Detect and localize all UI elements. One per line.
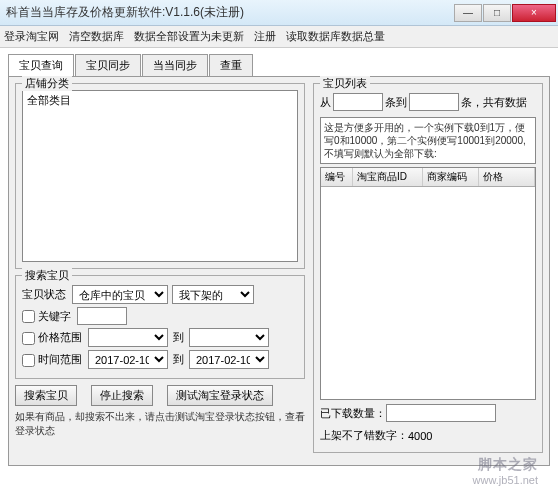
titlebar: 科首当当库存及价格更新软件:V1.1.6(未注册) — □ × xyxy=(0,0,558,26)
search-note: 如果有商品，却搜索不出来，请点击测试淘宝登录状态按钮，查看登录状态 xyxy=(15,410,305,438)
to-label-1: 到 xyxy=(173,330,184,345)
to-label: 条到 xyxy=(385,95,407,110)
menubar: 登录淘宝网 清空数据库 数据全部设置为未更新 注册 读取数据库数据总量 xyxy=(0,26,558,48)
button-row: 搜索宝贝 停止搜索 测试淘宝登录状态 xyxy=(15,385,305,406)
date-from[interactable]: 2017-02-10 xyxy=(88,350,168,369)
status-label: 宝贝状态 xyxy=(22,287,72,302)
downloaded-label: 已下载数量： xyxy=(320,406,386,421)
from-label: 从 xyxy=(320,95,331,110)
search-button[interactable]: 搜索宝贝 xyxy=(15,385,77,406)
col-sku: 商家编码 xyxy=(423,168,479,186)
menu-login-taobao[interactable]: 登录淘宝网 xyxy=(4,29,59,44)
menu-set-unupdated[interactable]: 数据全部设置为未更新 xyxy=(134,29,244,44)
downloaded-input[interactable] xyxy=(386,404,496,422)
right-panel: 宝贝列表 从 条到 条，共有数据 这是方便多开用的，一个实例下载0到1万，便写0… xyxy=(311,77,549,465)
date-to[interactable]: 2017-02-10 xyxy=(189,350,269,369)
item-list-group: 宝贝列表 从 条到 条，共有数据 这是方便多开用的，一个实例下载0到1万，便写0… xyxy=(313,83,543,453)
search-group-title: 搜索宝贝 xyxy=(22,268,72,283)
shop-category-group: 店铺分类 全部类目 xyxy=(15,83,305,269)
price-checkbox-wrap[interactable]: 价格范围 xyxy=(22,330,82,345)
tabs: 宝贝查询 宝贝同步 当当同步 查重 xyxy=(8,54,558,76)
menu-clear-db[interactable]: 清空数据库 xyxy=(69,29,124,44)
hint-box: 这是方便多开用的，一个实例下载0到1万，便写0和10000，第二个实例便写100… xyxy=(320,117,536,164)
tab-dedup[interactable]: 查重 xyxy=(209,54,253,76)
menu-read-total[interactable]: 读取数据库数据总量 xyxy=(286,29,385,44)
tab-query[interactable]: 宝贝查询 xyxy=(8,54,74,76)
main-panel: 店铺分类 全部类目 搜索宝贝 宝贝状态 仓库中的宝贝 我下架的 关键字 价格范围… xyxy=(8,76,550,466)
keyword-checkbox[interactable] xyxy=(22,310,35,323)
watermark-url: www.jb51.net xyxy=(473,474,538,486)
item-table[interactable]: 编号 淘宝商品ID 商家编码 价格 xyxy=(320,167,536,400)
col-price: 价格 xyxy=(479,168,535,186)
fail-label: 上架不了错数字： xyxy=(320,428,408,443)
keyword-label: 关键字 xyxy=(38,310,71,322)
col-tbid: 淘宝商品ID xyxy=(353,168,423,186)
keyword-input[interactable] xyxy=(77,307,127,325)
table-header: 编号 淘宝商品ID 商家编码 价格 xyxy=(321,168,535,187)
tab-dangdang[interactable]: 当当同步 xyxy=(142,54,208,76)
item-list-title: 宝贝列表 xyxy=(320,76,370,91)
status-select-2[interactable]: 我下架的 xyxy=(172,285,254,304)
tab-sync[interactable]: 宝贝同步 xyxy=(75,54,141,76)
search-group: 搜索宝贝 宝贝状态 仓库中的宝贝 我下架的 关键字 价格范围 到 时间范围 20… xyxy=(15,275,305,379)
price-label: 价格范围 xyxy=(38,331,82,343)
list-item[interactable]: 全部类目 xyxy=(27,93,293,108)
time-checkbox-wrap[interactable]: 时间范围 xyxy=(22,352,82,367)
time-label: 时间范围 xyxy=(38,353,82,365)
fail-value: 4000 xyxy=(408,430,432,442)
to-input[interactable] xyxy=(409,93,459,111)
close-button[interactable]: × xyxy=(512,4,556,22)
maximize-button[interactable]: □ xyxy=(483,4,511,22)
time-checkbox[interactable] xyxy=(22,354,35,367)
window-title: 科首当当库存及价格更新软件:V1.1.6(未注册) xyxy=(6,4,453,21)
to-label-2: 到 xyxy=(173,352,184,367)
stop-button[interactable]: 停止搜索 xyxy=(91,385,153,406)
total-label: 条，共有数据 xyxy=(461,95,527,110)
menu-register[interactable]: 注册 xyxy=(254,29,276,44)
col-no: 编号 xyxy=(321,168,353,186)
left-panel: 店铺分类 全部类目 搜索宝贝 宝贝状态 仓库中的宝贝 我下架的 关键字 价格范围… xyxy=(9,77,311,465)
window-controls: — □ × xyxy=(453,4,556,22)
price-from[interactable] xyxy=(88,328,168,347)
price-to[interactable] xyxy=(189,328,269,347)
price-checkbox[interactable] xyxy=(22,332,35,345)
category-listbox[interactable]: 全部类目 xyxy=(22,90,298,262)
test-login-button[interactable]: 测试淘宝登录状态 xyxy=(167,385,273,406)
shop-category-title: 店铺分类 xyxy=(22,76,72,91)
minimize-button[interactable]: — xyxy=(454,4,482,22)
keyword-checkbox-wrap[interactable]: 关键字 xyxy=(22,309,71,324)
from-input[interactable] xyxy=(333,93,383,111)
status-select-1[interactable]: 仓库中的宝贝 xyxy=(72,285,168,304)
